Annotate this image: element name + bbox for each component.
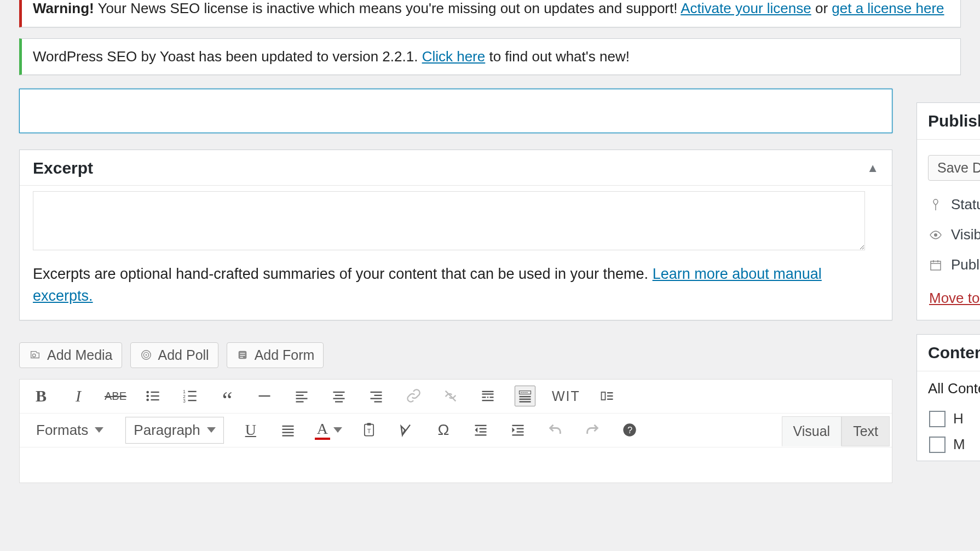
text-color-button[interactable]: A: [315, 420, 342, 440]
strikethrough-button[interactable]: ABE: [105, 386, 126, 406]
toolbar-row-1: B I ABE 123 “ WIT: [20, 380, 892, 414]
ordered-list-button[interactable]: 123: [180, 386, 200, 406]
notice-warning: Warning! Your News SEO license is inacti…: [19, 0, 961, 27]
toolbar-row-2: Formats Paragraph U A T Ω ?: [20, 414, 892, 447]
svg-rect-59: [475, 425, 487, 426]
content-checkbox-m[interactable]: M: [917, 432, 980, 457]
publish-date-label: Publish: [951, 256, 980, 273]
paste-text-button[interactable]: T: [359, 420, 379, 440]
insert-link-button[interactable]: [403, 386, 424, 406]
tab-visual[interactable]: Visual: [782, 416, 842, 446]
bold-button[interactable]: B: [31, 386, 51, 406]
svg-rect-66: [512, 434, 524, 435]
svg-rect-7: [240, 357, 243, 358]
svg-rect-57: [367, 423, 371, 426]
svg-rect-12: [151, 395, 159, 397]
align-left-button[interactable]: [291, 386, 312, 406]
svg-text:3: 3: [183, 399, 186, 404]
svg-text:?: ?: [627, 425, 632, 435]
content-opt-m: M: [953, 436, 965, 453]
svg-rect-28: [335, 401, 343, 402]
add-poll-label: Add Poll: [158, 347, 209, 363]
excerpt-help-text: Excerpts are optional hand-crafted summa…: [33, 266, 653, 282]
paragraph-dropdown[interactable]: Paragraph: [125, 417, 223, 444]
add-poll-button[interactable]: Add Poll: [130, 342, 218, 368]
align-justify-alt-button[interactable]: [597, 386, 618, 406]
svg-rect-61: [480, 431, 487, 432]
eye-icon: [929, 228, 942, 242]
svg-rect-20: [259, 395, 270, 397]
add-form-button[interactable]: Add Form: [227, 342, 324, 368]
svg-point-10: [146, 399, 149, 401]
excerpt-header[interactable]: Excerpt ▲: [20, 150, 892, 186]
svg-rect-22: [296, 395, 304, 396]
save-draft-button[interactable]: Save Draft: [928, 155, 980, 181]
visibility-label: Visibility: [951, 226, 980, 243]
get-license-link[interactable]: get a license here: [832, 0, 944, 16]
svg-rect-24: [296, 401, 304, 402]
svg-rect-54: [282, 432, 293, 433]
svg-rect-25: [333, 392, 345, 393]
unordered-list-button[interactable]: [142, 386, 163, 406]
redo-button[interactable]: [582, 420, 603, 440]
special-character-button[interactable]: Ω: [433, 420, 454, 440]
svg-point-8: [146, 391, 149, 394]
paragraph-label: Paragraph: [134, 422, 200, 439]
toolbar-toggle-button[interactable]: [515, 386, 535, 406]
svg-rect-35: [482, 393, 494, 394]
svg-rect-53: [282, 429, 293, 430]
svg-rect-17: [188, 391, 197, 392]
formats-label: Formats: [36, 422, 88, 439]
italic-button[interactable]: I: [68, 386, 89, 406]
add-media-button[interactable]: Add Media: [19, 342, 122, 368]
warning-prefix: Warning!: [33, 0, 94, 16]
formats-dropdown[interactable]: Formats: [31, 420, 109, 441]
outdent-button[interactable]: [470, 420, 491, 440]
status-label: Status: [951, 196, 980, 213]
move-to-trash-link[interactable]: Move to Trash: [917, 280, 980, 317]
update-click-here-link[interactable]: Click here: [422, 48, 486, 65]
align-right-button[interactable]: [366, 386, 387, 406]
add-form-label: Add Form: [255, 347, 315, 363]
indent-button[interactable]: [508, 420, 528, 440]
activate-license-link[interactable]: Activate your license: [681, 0, 811, 16]
publish-date-row: Publish: [917, 250, 980, 280]
clear-formatting-button[interactable]: [396, 420, 417, 440]
calendar-icon: [929, 259, 942, 272]
svg-text:T: T: [367, 427, 371, 434]
update-text: WordPress SEO by Yoast has been updated …: [33, 48, 422, 65]
svg-rect-55: [282, 435, 293, 436]
insert-more-button[interactable]: [477, 386, 498, 406]
excerpt-metabox: Excerpt ▲ Excerpts are optional hand-cra…: [19, 150, 892, 320]
svg-rect-23: [296, 398, 308, 399]
svg-rect-31: [371, 398, 382, 399]
tab-text[interactable]: Text: [841, 416, 890, 446]
svg-rect-38: [490, 397, 494, 398]
publish-heading: Publish: [917, 103, 980, 140]
underline-button[interactable]: U: [240, 420, 261, 440]
justify-button[interactable]: [278, 420, 298, 440]
warning-text: Your News SEO license is inactive which …: [94, 0, 681, 16]
help-button[interactable]: ?: [619, 420, 640, 440]
excerpt-textarea[interactable]: [33, 191, 865, 250]
svg-rect-48: [601, 392, 605, 400]
svg-rect-37: [487, 397, 488, 398]
svg-rect-62: [475, 434, 487, 435]
collapse-toggle-icon[interactable]: ▲: [867, 161, 879, 175]
align-center-button[interactable]: [328, 386, 349, 406]
svg-rect-42: [522, 392, 523, 393]
svg-rect-45: [520, 396, 531, 397]
undo-button[interactable]: [545, 420, 566, 440]
content-checkbox-h[interactable]: H: [917, 406, 980, 432]
svg-rect-6: [240, 355, 245, 355]
horizontal-rule-button[interactable]: [254, 386, 275, 406]
post-title-input[interactable]: [19, 89, 892, 133]
blockquote-button[interactable]: “: [217, 386, 238, 406]
svg-rect-47: [520, 401, 531, 402]
all-content-label: All Content: [917, 371, 980, 406]
unlink-button[interactable]: [440, 386, 461, 406]
warning-mid: or: [811, 0, 832, 16]
excerpt-heading: Excerpt: [33, 159, 93, 177]
checkbox-icon: [929, 411, 946, 427]
wit-button[interactable]: WIT: [552, 388, 580, 404]
